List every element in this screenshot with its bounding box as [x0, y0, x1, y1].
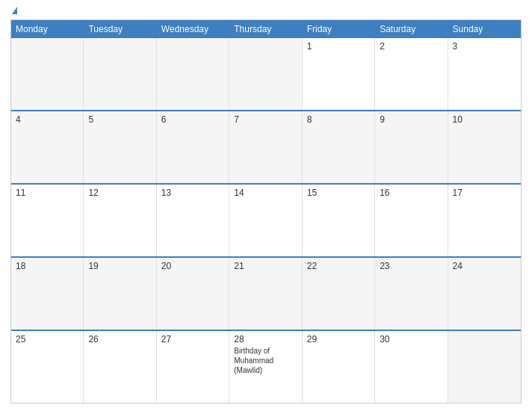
day-number: 18 — [16, 261, 78, 271]
day-cell: 7 — [229, 111, 302, 183]
day-number: 23 — [380, 261, 442, 271]
day-cell: 15 — [303, 185, 375, 256]
day-number: 21 — [234, 261, 297, 271]
day-number: 7 — [234, 114, 297, 125]
day-cell: 23 — [375, 258, 448, 330]
week-row-2: 11121314151617 — [11, 183, 521, 256]
day-number: 22 — [307, 261, 370, 271]
header-thursday: Thursday — [229, 20, 302, 38]
day-number: 26 — [88, 334, 151, 344]
day-number: 14 — [234, 188, 297, 198]
day-cell: 12 — [84, 185, 156, 256]
day-headers-row: Monday Tuesday Wednesday Thursday Friday… — [11, 20, 521, 38]
week-row-1: 45678910 — [11, 110, 521, 183]
day-number: 1 — [307, 41, 370, 52]
day-cell: 2 — [375, 38, 448, 110]
week-row-4: 25262728Birthday of Muhammad (Mawlid)293… — [11, 330, 521, 403]
day-cell: 25 — [11, 331, 84, 403]
day-cell: 21 — [229, 258, 302, 330]
day-number: 30 — [380, 334, 442, 344]
day-number: 11 — [16, 188, 78, 198]
day-number: 19 — [88, 261, 151, 271]
day-cell: 26 — [84, 331, 156, 403]
day-number: 28 — [234, 334, 297, 344]
day-cell: 19 — [84, 258, 156, 330]
calendar-page: Monday Tuesday Wednesday Thursday Friday… — [0, 0, 532, 411]
day-cell — [84, 38, 156, 110]
day-number: 17 — [453, 188, 516, 198]
day-cell: 24 — [448, 258, 521, 330]
day-cell: 20 — [157, 258, 229, 330]
day-number: 5 — [88, 114, 151, 125]
day-number: 29 — [307, 334, 370, 344]
day-cell — [157, 38, 229, 110]
day-cell: 29 — [303, 331, 375, 403]
day-cell: 22 — [303, 258, 375, 330]
day-number: 24 — [453, 261, 516, 271]
day-cell: 30 — [375, 331, 448, 403]
event-label: Birthday of Muhammad (Mawlid) — [234, 346, 297, 375]
day-number: 16 — [380, 188, 442, 198]
day-cell: 18 — [11, 258, 84, 330]
day-cell: 13 — [157, 185, 229, 256]
day-cell: 8 — [303, 111, 375, 183]
day-cell: 11 — [11, 185, 84, 256]
day-cell: 28Birthday of Muhammad (Mawlid) — [229, 331, 302, 403]
week-row-3: 18192021222324 — [11, 256, 521, 330]
day-cell: 4 — [11, 111, 84, 183]
day-number: 4 — [16, 114, 78, 125]
day-cell — [11, 38, 84, 110]
day-number: 3 — [453, 41, 516, 52]
week-row-0: 123 — [11, 38, 521, 110]
weeks-container: 1234567891011121314151617181920212223242… — [11, 38, 521, 403]
day-number: 9 — [380, 114, 442, 125]
day-number: 27 — [161, 334, 224, 344]
day-number: 2 — [380, 41, 442, 52]
header-saturday: Saturday — [375, 20, 448, 38]
day-number: 10 — [453, 114, 516, 125]
day-number: 8 — [307, 114, 370, 125]
day-cell: 1 — [303, 38, 375, 110]
header — [10, 7, 522, 15]
day-number: 15 — [307, 188, 370, 198]
day-cell: 27 — [157, 331, 229, 403]
header-tuesday: Tuesday — [84, 20, 156, 38]
day-number: 20 — [161, 261, 224, 271]
day-cell: 3 — [448, 38, 521, 110]
day-cell: 16 — [375, 185, 448, 256]
header-friday: Friday — [303, 20, 375, 38]
day-cell: 6 — [157, 111, 229, 183]
day-cell — [448, 331, 521, 403]
day-cell: 17 — [448, 185, 521, 256]
logo-triangle-icon — [12, 7, 17, 14]
logo — [10, 7, 17, 15]
day-number: 25 — [16, 334, 78, 344]
day-cell — [229, 38, 302, 110]
header-wednesday: Wednesday — [157, 20, 229, 38]
header-sunday: Sunday — [448, 20, 521, 38]
day-cell: 14 — [229, 185, 302, 256]
day-number: 12 — [88, 188, 151, 198]
day-cell: 5 — [84, 111, 156, 183]
day-number: 6 — [161, 114, 224, 125]
day-number: 13 — [161, 188, 224, 198]
day-cell: 9 — [375, 111, 448, 183]
calendar-grid: Monday Tuesday Wednesday Thursday Friday… — [10, 19, 522, 404]
day-cell: 10 — [448, 111, 521, 183]
header-monday: Monday — [11, 20, 84, 38]
